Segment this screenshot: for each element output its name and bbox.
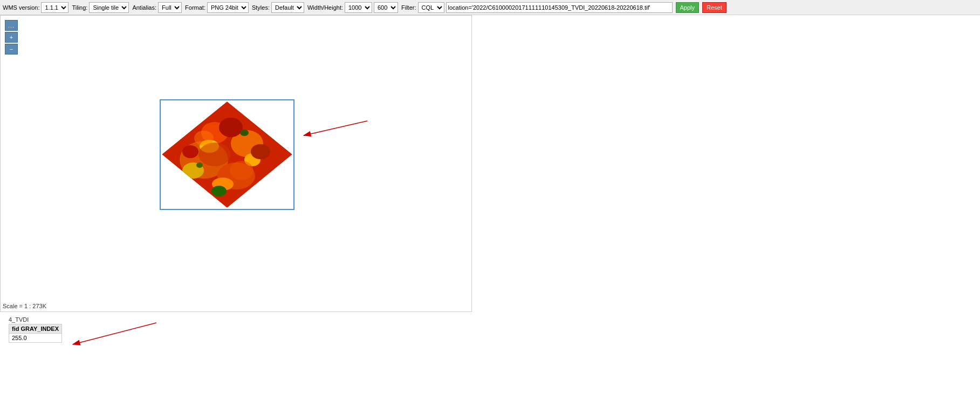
map-menu-button[interactable]: ... (5, 20, 18, 31)
width-select[interactable]: 1000 (345, 2, 372, 13)
styles-group: Styles: Default (252, 2, 304, 13)
scale-text: Scale = 1 : 273K (3, 303, 46, 309)
format-label: Format: (185, 4, 205, 11)
svg-point-14 (211, 186, 227, 196)
filter-select[interactable]: CQL (418, 2, 444, 13)
svg-line-23 (73, 323, 156, 344)
filter-group: Filter: CQL (401, 2, 673, 13)
format-select[interactable]: PNG 24bit (207, 2, 249, 13)
wms-version-group: WMS version: 1.1.1 (3, 2, 68, 13)
svg-point-16 (196, 162, 203, 168)
raster-tile (160, 99, 294, 210)
map-container[interactable]: ... + − (0, 15, 472, 312)
height-select[interactable]: 600 (374, 2, 398, 13)
svg-point-17 (198, 143, 231, 166)
svg-point-13 (251, 144, 270, 159)
reset-button[interactable]: Reset (702, 2, 727, 13)
tiling-label: Tiling: (72, 4, 87, 11)
layer-name: 4_TVDI (9, 316, 62, 323)
apply-button[interactable]: Apply (676, 2, 700, 13)
attr-value: 255.0 (9, 334, 61, 342)
filter-label: Filter: (401, 4, 416, 11)
svg-line-21 (304, 121, 367, 135)
antialias-label: Antialias: (132, 4, 156, 11)
attr-header: fid GRAY_INDEX (9, 324, 61, 334)
info-panel: 4_TVDI fid GRAY_INDEX 255.0 (4, 314, 66, 345)
bottom-area: 4_TVDI fid GRAY_INDEX 255.0 (0, 312, 980, 347)
filter-input[interactable] (446, 2, 673, 13)
scale-bar: Scale = 1 : 273K (3, 303, 46, 309)
styles-label: Styles: (252, 4, 270, 11)
svg-point-18 (230, 161, 253, 180)
tiling-select[interactable]: Single tile (89, 2, 129, 13)
wms-version-select[interactable]: 1.1.1 (41, 2, 68, 13)
antialias-select[interactable]: Full (158, 2, 182, 13)
zoom-out-button[interactable]: − (5, 44, 18, 55)
svg-point-15 (240, 130, 249, 136)
width-height-group: Width/Height: 1000 600 (307, 2, 398, 13)
styles-select[interactable]: Default (271, 2, 304, 13)
antialias-group: Antialias: Full (132, 2, 182, 13)
width-height-label: Width/Height: (307, 4, 343, 11)
svg-point-11 (219, 118, 243, 137)
svg-point-19 (194, 131, 214, 146)
toolbar: WMS version: 1.1.1 Tiling: Single tile A… (0, 0, 980, 15)
tiling-group: Tiling: Single tile (72, 2, 129, 13)
format-group: Format: PNG 24bit (185, 2, 249, 13)
tvdi-raster-svg (161, 100, 293, 209)
svg-point-12 (182, 145, 198, 158)
attribute-table: fid GRAY_INDEX 255.0 (9, 324, 62, 343)
wms-version-label: WMS version: (3, 4, 39, 11)
zoom-in-button[interactable]: + (5, 32, 18, 43)
map-controls: ... + − (5, 20, 18, 55)
